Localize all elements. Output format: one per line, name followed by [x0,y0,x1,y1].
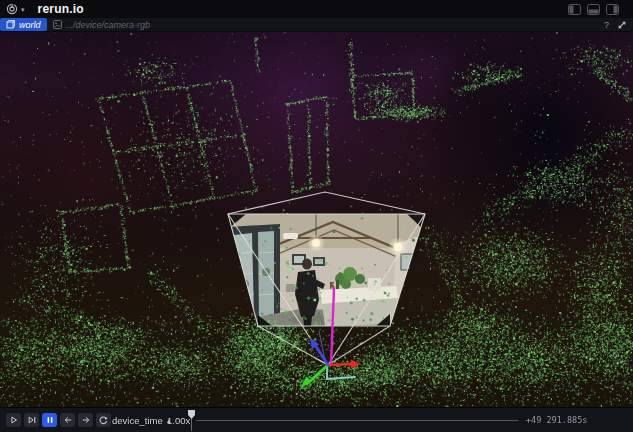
toggle-bottom-panel-icon[interactable] [587,4,600,15]
tab-bar: world .../device/camera-rgb ? [0,18,633,32]
tab-world-label: world [19,20,41,30]
loop-button[interactable] [96,413,111,427]
play-button[interactable] [6,413,21,427]
pointcloud-canvas[interactable] [0,32,633,407]
app-menu-button[interactable]: ▾ [6,3,25,15]
toggle-right-panel-icon[interactable] [606,4,619,15]
step-forward-button[interactable] [78,413,93,427]
playback-speed[interactable]: 1.00x [167,415,190,426]
help-button[interactable]: ? [604,20,609,30]
rerun-logo-icon [6,3,18,15]
rerun-viewer-window: ▾ rerun.io world [0,0,633,432]
tabbar-right-tools: ? [604,18,627,31]
menu-caret-icon: ▾ [21,6,25,13]
toggle-left-panel-icon[interactable] [568,4,581,15]
tab-camera-rgb-label: .../device/camera-rgb [66,20,151,30]
image-icon [53,20,62,29]
pause-button[interactable] [42,413,57,427]
timeline-selector[interactable]: device_time ▲ [112,415,172,426]
expand-view-icon[interactable] [617,20,627,30]
3d-viewport[interactable] [0,32,633,407]
time-cursor-line [191,418,192,431]
timeline-track[interactable] [196,420,518,421]
tab-camera-rgb[interactable]: .../device/camera-rgb [47,18,157,31]
follow-latest-button[interactable] [24,413,39,427]
timeline-name-label: device_time [112,415,163,426]
spaceview-3d-icon [6,20,15,29]
top-bar: ▾ rerun.io [0,0,633,18]
step-back-button[interactable] [60,413,75,427]
panel-toggle-group [568,4,619,15]
timeline-end-time: +49 291.885s [526,415,587,425]
time-panel: device_time ▲ 1.00x +49 291.885s [0,407,633,432]
app-title: rerun.io [38,2,84,16]
tab-world[interactable]: world [0,18,47,31]
playback-controls [6,413,111,427]
